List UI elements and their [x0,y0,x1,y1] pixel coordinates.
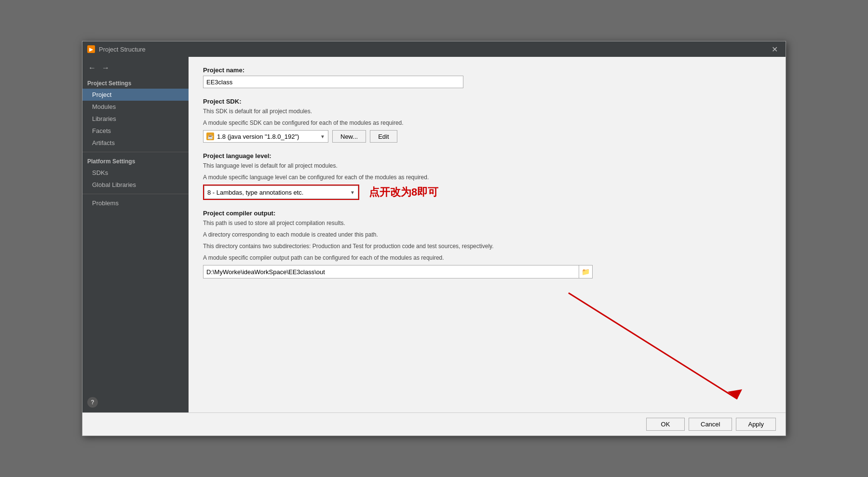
compiler-output-label: Project compiler output: [203,210,771,217]
nav-buttons: ← → [82,61,189,77]
svg-marker-1 [728,389,742,399]
project-sdk-label: Project SDK: [203,98,771,105]
red-arrow-svg [530,288,771,412]
sidebar-divider [82,152,189,152]
sdk-edit-button[interactable]: Edit [370,130,397,143]
project-lang-desc2: A module specific language level can be … [203,173,771,182]
sidebar-divider-2 [82,194,189,194]
compiler-output-desc4: A module specific compiler output path c… [203,253,771,262]
sidebar: ← → Project Settings Project Modules Lib… [82,57,189,412]
compiler-output-desc2: A directory corresponding to each module… [203,230,771,239]
sidebar-bottom: ? [82,392,189,412]
project-settings-header: Project Settings [82,77,189,89]
project-sdk-desc1: This SDK is default for all project modu… [203,107,771,116]
sidebar-item-problems[interactable]: Problems [82,197,189,209]
folder-icon: 📁 [582,268,590,276]
sdk-new-button[interactable]: New... [332,130,366,143]
forward-button[interactable]: → [100,63,111,73]
app-icon: ▶ [87,45,95,53]
back-button[interactable]: ← [86,63,98,73]
project-sdk-desc2: A module specific SDK can be configured … [203,119,771,127]
sdk-select-text: 1.8 (java version "1.8.0_192") [217,133,320,140]
cancel-button[interactable]: Cancel [689,418,732,431]
compiler-output-desc1: This path is used to store all project c… [203,219,771,227]
browse-folder-button[interactable]: 📁 [579,265,593,278]
project-name-input[interactable] [203,76,463,88]
main-content: Project name: Project SDK: This SDK is d… [189,57,786,412]
compiler-output-desc3: This directory contains two subdirectori… [203,242,771,251]
title-bar: ▶ Project Structure ✕ [82,41,786,57]
close-button[interactable]: ✕ [769,44,781,55]
annotation-area [203,288,771,412]
project-name-section: Project name: [203,66,771,88]
lang-level-select-wrapper: 8 - Lambdas, type annotations etc. ▼ [203,185,359,200]
sidebar-item-project[interactable]: Project [82,89,189,101]
project-lang-label: Project language level: [203,152,771,159]
lang-level-select[interactable]: 8 - Lambdas, type annotations etc. ▼ [204,186,358,199]
svg-line-0 [569,293,737,399]
apply-button[interactable]: Apply [736,418,776,431]
help-button[interactable]: ? [87,397,98,408]
project-structure-dialog: ▶ Project Structure ✕ ← → Project Settin… [82,41,786,436]
sidebar-item-sdks[interactable]: SDKs [82,167,189,179]
sidebar-item-global-libraries[interactable]: Global Libraries [82,179,189,191]
sdk-icon: ☕ [206,132,214,140]
sidebar-item-artifacts[interactable]: Artifacts [82,137,189,149]
compiler-output-section: Project compiler output: This path is us… [203,210,771,278]
compiler-output-input[interactable] [203,265,579,278]
dialog-body: ← → Project Settings Project Modules Lib… [82,57,786,412]
dialog-footer: OK Cancel Apply [82,412,786,436]
sidebar-item-modules[interactable]: Modules [82,101,189,113]
platform-settings-header: Platform Settings [82,155,189,167]
ok-button[interactable]: OK [646,418,685,431]
sidebar-item-libraries[interactable]: Libraries [82,113,189,125]
project-sdk-section: Project SDK: This SDK is default for all… [203,98,771,143]
annotation-text: 点开改为8即可 [369,185,438,199]
sidebar-item-facets[interactable]: Facets [82,125,189,137]
sdk-dropdown-arrow: ▼ [320,134,325,139]
lang-level-value: 8 - Lambdas, type annotations etc. [207,189,350,196]
sdk-row: ☕ 1.8 (java version "1.8.0_192") ▼ New..… [203,130,771,143]
project-lang-desc1: This language level is default for all p… [203,161,771,170]
sdk-select[interactable]: ☕ 1.8 (java version "1.8.0_192") ▼ [203,130,328,143]
dialog-title: Project Structure [99,46,769,53]
project-lang-section: Project language level: This language le… [203,152,771,200]
compiler-output-row: 📁 [203,265,771,278]
lang-level-arrow: ▼ [350,190,355,195]
project-name-label: Project name: [203,66,771,74]
lang-level-row: 8 - Lambdas, type annotations etc. ▼ 点开改… [203,185,771,200]
